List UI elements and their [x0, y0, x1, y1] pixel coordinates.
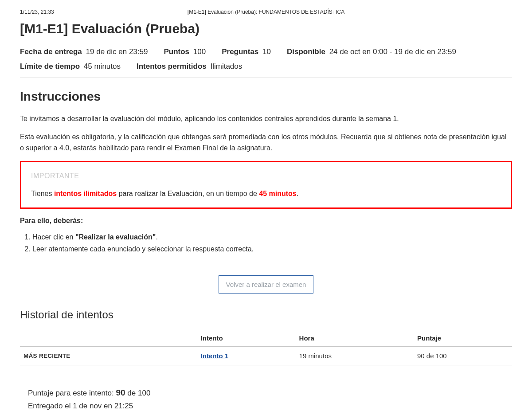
history-table: Intento Hora Puntaje MÁS RECIENTE Intent…: [20, 330, 512, 365]
important-pre: Tienes: [31, 190, 54, 197]
history-row-label: MÁS RECIENTE: [20, 347, 197, 365]
meta-points-value: 100: [193, 47, 206, 56]
summary-score: Puntaje para este intento: 90 de 100: [28, 386, 512, 400]
step1-pre: Hacer clic en: [32, 233, 75, 241]
important-text: Tienes intentos ilimitados para realizar…: [31, 190, 503, 198]
important-post: .: [297, 190, 298, 197]
meta-timelimit: Límite de tiempo 45 minutos: [20, 60, 121, 72]
step-1: Hacer clic en "Realizar la evaluación".: [32, 231, 512, 243]
step1-bold: "Realizar la evaluación": [75, 233, 156, 241]
quiz-meta-block: Fecha de entrega 19 de dic en 23:59 Punt…: [20, 41, 512, 78]
meta-timelimit-value: 45 minutos: [84, 62, 121, 70]
meta-points-label: Puntos: [164, 47, 189, 56]
history-col-attempt: Intento: [197, 330, 296, 347]
attempt-link[interactable]: Intento 1: [201, 352, 229, 360]
table-row: MÁS RECIENTE Intento 1 19 minutos 90 de …: [20, 347, 512, 365]
step1-post: .: [156, 233, 157, 241]
summary-score-pre: Puntaje para este intento:: [28, 389, 116, 397]
summary-score-big: 90: [116, 388, 125, 397]
meta-questions-label: Preguntas: [222, 47, 258, 56]
steps-subhead: Para ello, deberás:: [20, 217, 512, 225]
instructions-p2: Esta evaluación es obligatoria, y la cal…: [20, 132, 512, 154]
print-header-spacer: [423, 9, 512, 15]
print-title: [M1-E1] Evaluación (Prueba): FUNDAMENTOS…: [109, 9, 423, 15]
attempt-summary: Puntaje para este intento: 90 de 100 Ent…: [20, 386, 512, 411]
instructions-p1: Te invitamos a desarrollar la evaluación…: [20, 114, 512, 125]
print-timestamp: 1/11/23, 21:33: [20, 9, 109, 15]
history-col-time: Hora: [296, 330, 414, 347]
steps-list: Hacer clic en "Realizar la evaluación". …: [32, 231, 512, 255]
retake-quiz-button[interactable]: Volver a realizar el examen: [219, 275, 314, 294]
meta-available: Disponible 24 de oct en 0:00 - 19 de dic…: [287, 46, 456, 58]
meta-points: Puntos 100: [164, 46, 206, 58]
meta-attempts-value: Ilimitados: [210, 62, 242, 70]
history-col-blank: [20, 330, 197, 347]
meta-due-label: Fecha de entrega: [20, 47, 82, 56]
summary-score-post: de 100: [125, 389, 151, 397]
meta-questions-value: 10: [262, 47, 271, 56]
summary-submitted: Entregado el 1 de nov en 21:25: [28, 400, 512, 411]
meta-attempts: Intentos permitidos Ilimitados: [137, 60, 242, 72]
history-time-value: 19 minutos: [296, 347, 414, 365]
step-2: Leer atentamente cada enunciado y selecc…: [32, 243, 512, 255]
meta-available-label: Disponible: [287, 47, 325, 56]
history-col-score: Puntaje: [414, 330, 512, 347]
history-heading: Historial de intentos: [20, 309, 512, 321]
print-header: 1/11/23, 21:33 [M1-E1] Evaluación (Prueb…: [20, 9, 512, 15]
important-time: 45 minutos: [259, 190, 296, 197]
history-score-value: 90 de 100: [414, 347, 512, 365]
important-mid: para realizar la Evaluación, en un tiemp…: [117, 190, 259, 197]
meta-attempts-label: Intentos permitidos: [137, 62, 207, 70]
meta-available-value: 24 de oct en 0:00 - 19 de dic en 23:59: [329, 47, 456, 56]
meta-timelimit-label: Límite de tiempo: [20, 62, 80, 70]
meta-due-value: 19 de dic en 23:59: [86, 47, 148, 56]
important-heading: IMPORTANTE: [31, 172, 503, 180]
meta-questions: Preguntas 10: [222, 46, 271, 58]
instructions-heading: Instrucciones: [20, 90, 512, 104]
important-attempts: intentos ilimitados: [54, 190, 117, 197]
page-title: [M1-E1] Evaluación (Prueba): [20, 21, 512, 36]
important-box: IMPORTANTE Tienes intentos ilimitados pa…: [20, 161, 512, 209]
meta-due: Fecha de entrega 19 de dic en 23:59: [20, 46, 148, 58]
